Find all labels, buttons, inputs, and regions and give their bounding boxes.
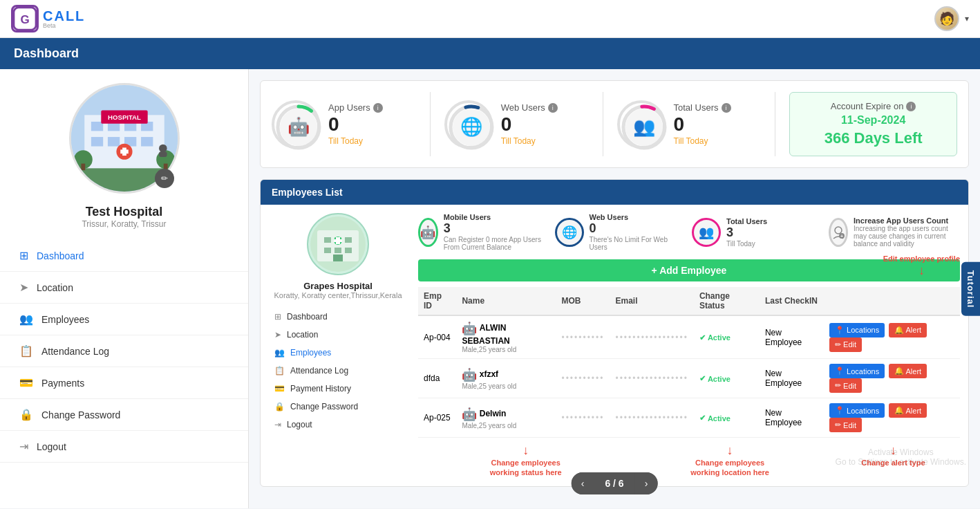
table-row: Ap-004 🤖 ALWIN SEBASTIAN Male,25 years o…: [418, 315, 960, 359]
prev-page-button[interactable]: ‹: [572, 472, 594, 494]
col-status: Change Status: [694, 287, 760, 315]
main-layout: HOSPITAL ✏ Test Hospital Trissur,: [0, 69, 980, 508]
total-users-label: Total Users: [674, 102, 719, 113]
edit-profile-arrow: ↓: [918, 263, 925, 278]
edit-icon-2: ✏: [835, 381, 841, 390]
sidebar-item-attendance[interactable]: 📋 Attendance Log: [0, 335, 248, 367]
table-row: Ap-025 🤖 Delwin Male,25 years old ••••••…: [418, 398, 960, 438]
sub-stat-mobile-sub: Can Register 0 more App Users From Curre…: [444, 236, 549, 251]
pagination-bar: ‹ 6 / 6 ›: [572, 472, 658, 494]
mini-nav-logout[interactable]: ⇥ Logout: [269, 416, 407, 434]
svg-rect-6: [91, 122, 102, 131]
next-page-button[interactable]: ›: [635, 472, 658, 494]
sidebar-item-payments[interactable]: 💳 Payments: [0, 367, 248, 399]
sidebar-item-logout[interactable]: ⇥ Logout: [0, 431, 248, 463]
sub-stat-web-icon: 🌐: [555, 218, 584, 247]
mini-nav-employees[interactable]: 👥 Employees: [269, 344, 407, 362]
loc-icon-2: 📍: [835, 367, 845, 376]
expire-date: 11-Sep-2024: [801, 114, 945, 127]
expire-info-icon[interactable]: i: [906, 102, 916, 111]
col-name: Name: [456, 287, 556, 315]
svg-rect-20: [81, 164, 85, 171]
edit-icon-3: ✏: [835, 420, 841, 429]
emp-email-1: •••••••••••••••••: [610, 315, 693, 359]
sidebar-nav: ⊞ Dashboard ➤ Location 👥 Employees 📋 Att…: [0, 240, 248, 463]
edit-btn-1[interactable]: ✏ Edit: [829, 337, 862, 352]
inner-hospital-loc: Koratty, Koratty center,Thrissur,Kerala: [274, 291, 402, 299]
edit-avatar-button[interactable]: ✏: [155, 169, 174, 188]
svg-point-43: [835, 227, 842, 234]
user-avatar[interactable]: 🧑: [934, 6, 959, 31]
web-users-info-icon[interactable]: i: [548, 103, 558, 113]
status-arrow: ↓: [424, 443, 628, 458]
location-annotation: Change employeesworking location here: [628, 458, 831, 478]
emp-checkin-3: New Employee: [760, 398, 824, 438]
table-row: dfda 🤖 xfzxf Male,25 years old •••••••••…: [418, 359, 960, 398]
attendance-icon: 📋: [19, 344, 33, 358]
location-icon: ➤: [19, 281, 28, 294]
svg-rect-18: [120, 149, 129, 154]
svg-text:+: +: [840, 234, 843, 239]
edit-btn-2[interactable]: ✏ Edit: [829, 378, 862, 393]
tutorial-tab[interactable]: Tutorial: [961, 261, 980, 316]
emp-checkin-1: New Employee: [760, 315, 824, 359]
sidebar-item-employees[interactable]: 👥 Employees: [0, 304, 248, 335]
mini-nav-label-4: Payment History: [290, 384, 351, 394]
employees-section: Employees List: [260, 179, 969, 487]
svg-rect-10: [91, 137, 102, 146]
emp-name-1: 🤖 ALWIN SEBASTIAN Male,25 years old: [456, 315, 556, 359]
sub-stat-web: 🌐 Web Users 0 There's No Limit For Web U…: [555, 213, 686, 251]
web-users-sub: Till Today: [501, 136, 589, 146]
sub-stat-total-icon: 👥: [692, 218, 721, 247]
sub-stat-total-info: Total Users 3 Till Today: [726, 217, 767, 248]
mini-logout-icon: ⇥: [274, 420, 281, 429]
add-employee-button[interactable]: + Add Employee: [418, 259, 960, 281]
alert-btn-2[interactable]: 🔔 Alert: [889, 364, 927, 378]
sub-stat-total-value: 3: [726, 225, 767, 240]
app-users-info-icon[interactable]: i: [373, 103, 383, 113]
sub-stat-increase-icon: +: [829, 218, 848, 247]
sidebar-item-dashboard[interactable]: ⊞ Dashboard: [0, 240, 248, 272]
mini-nav-payment[interactable]: 💳 Payment History: [269, 380, 407, 398]
emp-status-2: ✔ Active: [694, 359, 760, 398]
logo-text: CALL: [43, 9, 85, 23]
sub-stat-total-sub: Till Today: [726, 240, 767, 248]
alert-btn-3[interactable]: 🔔 Alert: [889, 403, 927, 418]
emp-actions-3: 📍 Locations 🔔 Alert ✏: [824, 398, 960, 438]
inner-panel: Grapes Hospital Koratty, Koratty center,…: [269, 213, 960, 478]
locations-btn-3[interactable]: 📍 Locations: [829, 403, 885, 418]
mini-nav-location[interactable]: ➤ Location: [269, 326, 407, 344]
svg-rect-11: [107, 137, 119, 146]
alert-btn-1[interactable]: 🔔 Alert: [889, 323, 927, 337]
left-mini-panel: Grapes Hospital Koratty, Koratty center,…: [269, 213, 407, 478]
svg-rect-13: [141, 137, 153, 146]
inner-nav: ⊞ Dashboard ➤ Location 👥 Employees: [269, 308, 407, 434]
edit-btn-3[interactable]: ✏ Edit: [829, 418, 862, 432]
svg-text:G: G: [20, 13, 29, 26]
app-users-value: 0: [328, 113, 416, 136]
sidebar-item-change-password[interactable]: 🔒 Change Password: [0, 399, 248, 431]
emp-mob-1: ••••••••••: [556, 315, 610, 359]
mini-nav-dashboard[interactable]: ⊞ Dashboard: [269, 308, 407, 326]
col-actions: [824, 287, 960, 315]
sidebar: HOSPITAL ✏ Test Hospital Trissur,: [0, 69, 249, 508]
sidebar-item-location[interactable]: ➤ Location: [0, 272, 248, 304]
svg-rect-35: [345, 237, 352, 243]
web-users-label: Web Users: [501, 102, 545, 113]
nav-dropdown-arrow[interactable]: ▾: [965, 14, 969, 24]
logo-icon: G: [11, 5, 39, 33]
svg-rect-42: [334, 239, 342, 242]
password-icon: 🔒: [19, 408, 33, 421]
mini-nav-password[interactable]: 🔒 Change Password: [269, 398, 407, 416]
col-mob: MOB: [556, 287, 610, 315]
total-users-info-icon[interactable]: i: [722, 103, 731, 113]
web-users-value: 0: [501, 113, 589, 136]
mini-location-icon: ➤: [274, 330, 281, 340]
locations-btn-1[interactable]: 📍 Locations: [829, 323, 885, 337]
emp-mob-2: ••••••••••: [556, 359, 610, 398]
mini-nav-attendance[interactable]: 📋 Attendance Log: [269, 362, 407, 380]
locations-btn-2[interactable]: 📍 Locations: [829, 364, 885, 378]
svg-rect-36: [324, 248, 331, 253]
sidebar-item-label-payments: Payments: [41, 378, 84, 389]
stat-web-users: 🌐 Web Users i 0 Till Today: [444, 92, 589, 156]
